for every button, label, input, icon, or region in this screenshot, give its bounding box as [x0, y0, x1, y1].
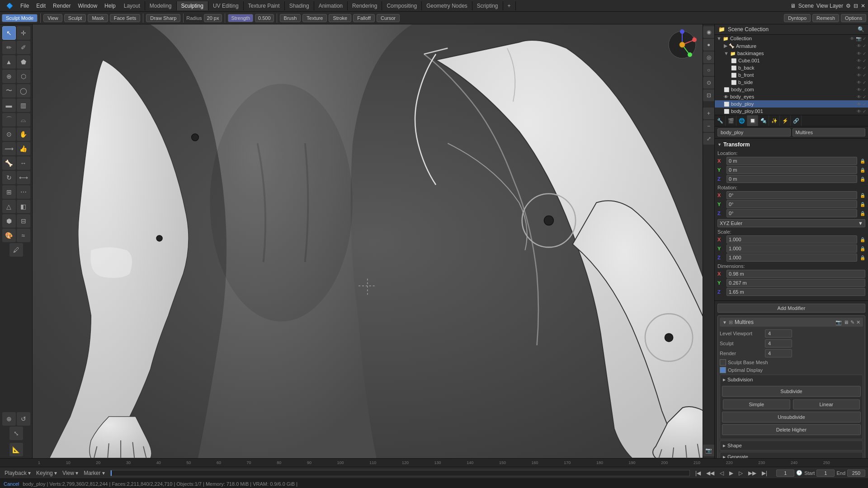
dim-x-input[interactable]: 0.98 m [726, 270, 865, 278]
rot-x-lock[interactable]: 🔒 [860, 193, 865, 198]
strength-value[interactable]: 0.500 [255, 14, 274, 22]
play-btn[interactable]: ▶ [727, 470, 735, 476]
settings-icon[interactable]: ⚙ [846, 3, 851, 9]
file-menu[interactable]: File [17, 2, 33, 10]
rot-z-input[interactable]: 0° [726, 209, 857, 217]
tab-geometry-nodes[interactable]: Geometry Nodes [422, 1, 472, 10]
flatten-tool[interactable]: ▬ [2, 99, 16, 112]
render-menu[interactable]: Render [49, 2, 74, 10]
jump-end-btn[interactable]: ▶| [760, 470, 769, 476]
modifier-collapse-icon[interactable]: ▼ [722, 320, 727, 325]
shading-material-icon[interactable]: ◎ [703, 52, 715, 63]
slide-relax-tool[interactable]: ⟷ [17, 171, 30, 184]
loc-y-lock[interactable]: 🔒 [860, 168, 865, 173]
loc-x-input[interactable]: 0 m [726, 157, 857, 165]
tab-uv-editing[interactable]: UV Editing [208, 1, 244, 10]
face-set-draw-tool[interactable]: ⬢ [2, 214, 16, 228]
tree-item-bfront[interactable]: ⬜ b_front 👁 ✓ [715, 71, 868, 79]
face-sets-button[interactable]: Face Sets [110, 14, 141, 22]
rotate-tool[interactable]: ↻ [2, 171, 16, 184]
inflate-tool[interactable]: ⊕ [2, 70, 16, 83]
rot-z-lock[interactable]: 🔒 [860, 211, 865, 216]
tree-item-backimages[interactable]: ▼ 📁 backimages 👁 ✓ [715, 50, 868, 57]
jump-start-btn[interactable]: |◀ [693, 470, 703, 476]
window-icon[interactable]: ⊟ [854, 3, 858, 9]
rotation-mode-field[interactable]: XYZ Euler▼ [717, 219, 865, 227]
tree-item-armature[interactable]: ▶ 🦴 Armature 👁 ✓ [715, 42, 868, 50]
level-viewport-value[interactable]: 4 [765, 329, 792, 338]
shading-rendered-icon[interactable]: ○ [703, 64, 715, 76]
zoom-out-icon[interactable]: − [703, 120, 715, 132]
dim-z-input[interactable]: 1.65 m [726, 288, 865, 296]
blob-tool[interactable]: ⬡ [17, 70, 30, 83]
world-tab[interactable]: 🌐 [736, 115, 747, 126]
active-tools-tab[interactable]: 🔧 [715, 115, 726, 126]
loc-x-lock[interactable]: 🔒 [860, 159, 865, 164]
display-mode-icon[interactable]: ◉ [703, 26, 715, 38]
brush-name-button[interactable]: Draw Sharp [146, 14, 180, 22]
tree-item-bodyploy[interactable]: ⬜ body_ploy 👁 ✓ [715, 100, 868, 108]
scale-gizmo-tool[interactable]: ⤡ [9, 427, 23, 440]
modifier-delete-icon[interactable]: ✕ [856, 319, 860, 325]
camera-persp-icon[interactable]: 📷 [703, 445, 715, 456]
simplify-tool[interactable]: △ [2, 200, 16, 213]
tab-texture-paint[interactable]: Texture Paint [244, 1, 285, 10]
zoom-in-icon[interactable]: + [703, 108, 715, 119]
nudge-tool[interactable]: ↔ [17, 156, 30, 170]
playback-menu[interactable]: Playback ▾ [3, 470, 33, 476]
fill-tool[interactable]: ▥ [17, 99, 30, 112]
dim-y-input[interactable]: 0.267 m [726, 279, 865, 287]
sculpt-mode-dropdown[interactable]: Sculpt Mode [2, 14, 38, 22]
marker-menu[interactable]: Marker ▾ [82, 470, 107, 476]
generate-header[interactable]: Generate [720, 452, 863, 458]
paint-face-sets-tool[interactable]: 🎨 [2, 229, 16, 242]
constraints-tab[interactable]: 🔗 [791, 115, 802, 126]
pose-tool[interactable]: 🦴 [2, 156, 16, 170]
tab-animation[interactable]: Animation [314, 1, 348, 10]
dynotopo-button[interactable]: Dyntopo [784, 14, 811, 22]
object-tab[interactable]: 🔲 [747, 115, 758, 126]
current-frame-field[interactable]: 1 [776, 469, 794, 477]
linear-button[interactable]: Linear [793, 399, 860, 409]
tab-scripting[interactable]: Scripting [472, 1, 503, 10]
tree-item-collection[interactable]: ▼ 📁 Collection 👁 📷 ✓ [715, 35, 868, 42]
simple-button[interactable]: Simple [723, 399, 790, 409]
scale-y-input[interactable]: 1.000 [726, 244, 857, 253]
object-select-field[interactable]: body_ploy [717, 128, 791, 136]
smooth-tool[interactable]: ◯ [17, 84, 30, 98]
sculpt-value[interactable]: 4 [765, 339, 792, 347]
tab-add[interactable]: + [503, 1, 516, 10]
rot-x-input[interactable]: 0° [726, 191, 857, 199]
sculpt-button[interactable]: Sculpt [64, 14, 86, 22]
tree-item-bodyeyes[interactable]: 👁 body_eyes 👁 ✓ [715, 93, 868, 100]
trim-box-tool[interactable]: ⊟ [17, 214, 30, 228]
close-icon[interactable]: ✕ [861, 3, 865, 9]
tree-item-cube001[interactable]: ⬜ Cube.001 👁 ✓ [715, 57, 868, 64]
clay-strips-tool[interactable]: ⬟ [17, 55, 30, 69]
pinch-tool[interactable]: ⊙ [2, 127, 16, 141]
tree-item-bside[interactable]: ⬜ b_side 👁 ✓ [715, 79, 868, 86]
rot-y-input[interactable]: 0° [726, 200, 857, 208]
snake-hook-tool[interactable]: ⟿ [2, 142, 16, 155]
overlay-icon[interactable]: ⊙ [703, 77, 715, 89]
multiscrape-tool[interactable]: ⌓ [17, 113, 30, 127]
radius-value[interactable]: 20 px [204, 14, 222, 22]
jump-back-btn[interactable]: ◀◀ [704, 470, 716, 476]
xray-icon[interactable]: ⊡ [703, 89, 715, 101]
filter-icon[interactable]: 🔍 [858, 26, 864, 33]
delete-higher-button[interactable]: Delete Higher [722, 424, 861, 435]
transform-gizmo-tool[interactable]: ⊕ [2, 412, 16, 426]
thumb-tool[interactable]: 👍 [17, 142, 30, 155]
rot-y-lock[interactable]: 🔒 [860, 202, 865, 207]
mask-button[interactable]: Mask [88, 14, 108, 22]
timeline-track[interactable] [110, 470, 690, 476]
cloth-tool[interactable]: ⋯ [17, 185, 30, 199]
tab-rendering[interactable]: Rendering [348, 1, 382, 10]
modifier-select-field[interactable]: Multires [793, 128, 866, 136]
sculpt-base-mesh-checkbox[interactable] [720, 359, 726, 366]
mask-tool[interactable]: ◧ [17, 200, 30, 213]
scale-x-input[interactable]: 1.000 [726, 235, 857, 244]
keying-menu[interactable]: Keying ▾ [34, 470, 59, 476]
tab-sculpting[interactable]: Sculpting [177, 1, 208, 10]
viewport[interactable]: User Perspective (1) body_ploy [33, 24, 714, 458]
